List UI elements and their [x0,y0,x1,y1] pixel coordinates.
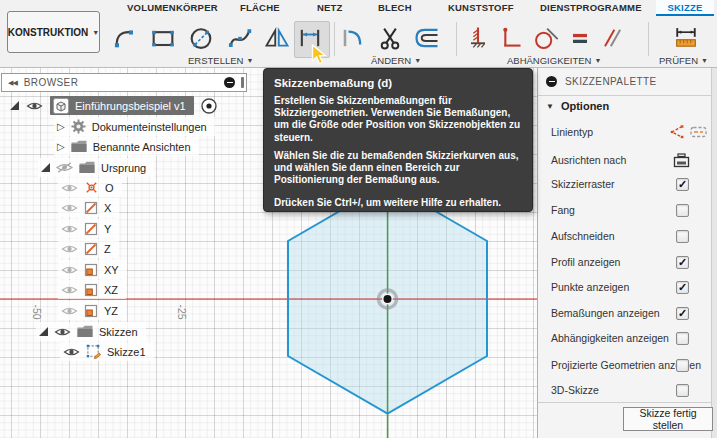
hide-panel-icon[interactable] [224,77,235,88]
toolbar-separator [334,22,335,56]
3d-skizze-checkbox[interactable] [676,384,689,397]
browser-row-skizzen[interactable]: Skizzen [36,322,146,341]
activate-component-radio-icon[interactable] [201,98,217,114]
circle-diameter-tool-icon[interactable] [186,23,216,53]
hide-panel-icon[interactable] [546,76,557,87]
gear-icon [71,119,86,134]
eye-icon[interactable] [61,264,78,276]
fang-checkbox[interactable] [676,204,689,217]
axis-label-minus25: -25 [176,304,188,319]
row-label: O [105,182,114,194]
eye-icon[interactable] [61,182,78,194]
eye-icon[interactable] [61,305,78,317]
sketch-icon [86,344,101,359]
eye-off-icon[interactable] [56,161,73,174]
row-label: Z [104,243,111,255]
spline-tool-icon[interactable] [225,23,255,53]
eye-icon[interactable] [26,100,43,112]
browser-row-xz-plane[interactable]: XZ [58,280,126,299]
folder-icon [71,140,87,153]
tab-netz[interactable]: NETZ [317,0,343,16]
finish-sketch-button[interactable]: Skizze fertig stellen [623,407,713,431]
mouse-cursor [311,44,328,66]
axis-icon [84,222,98,236]
browser-row-ursprung[interactable]: Ursprung [38,158,154,177]
group-abhaengigkeiten-label: ABHÄNGIGKEITEN [507,55,591,67]
punkte-anzeigen-checkbox[interactable]: ✓ [676,281,689,294]
perpendicular-constraint-icon[interactable] [495,23,525,53]
trim-tool-icon[interactable] [375,23,405,53]
browser-row-xy-plane[interactable]: XY [58,260,127,279]
browser-row-dokumenteinstellungen[interactable]: ▷ Dokumenteinstellungen [54,117,215,136]
expand-closed-icon[interactable]: ▷ [57,122,65,132]
row-label: Skizzen [99,326,138,338]
look-at-icon[interactable] [673,153,690,168]
projizierte-geometrien-checkbox[interactable] [676,359,689,372]
measure-tool-icon[interactable] [671,23,701,53]
group-pruefen-dropdown[interactable]: PRÜFEN▼ [659,55,708,67]
fusion-window: VOLUMENKÖRPER FLÄCHE NETZ BLECH KUNSTSTO… [0,0,717,438]
tab-skizze-active[interactable]: SKIZZE [656,0,714,16]
parallel-constraint-icon[interactable] [597,23,627,53]
construction-linetype-icon[interactable] [668,124,685,140]
palette-header[interactable]: SKIZZENPALETTE [538,68,712,96]
browser-panel-header[interactable]: ◀◀ BROWSER [1,73,247,92]
konstruktion-dropdown[interactable]: KONSTRUKTION ▼ [7,11,100,53]
equal-constraint-icon[interactable] [565,23,595,53]
linetype-toggle-icon[interactable] [690,125,707,139]
expand-open-icon[interactable] [10,101,19,110]
profil-anzeigen-checkbox[interactable]: ✓ [676,256,689,269]
eye-icon[interactable] [63,346,80,358]
browser-row-yz-plane[interactable]: YZ [58,301,126,320]
palette-section-optionen[interactable]: ▼ Optionen [546,100,609,112]
tab-kunststoff[interactable]: KUNSTSTOFF [448,0,514,16]
option-projizierte-geometrien: Projizierte Geometrien anzeigen [551,357,711,373]
selected-component[interactable]: Einführungsbeispiel v1 [50,96,194,115]
expand-open-icon[interactable] [39,327,48,336]
browser-row-origin-point[interactable]: O [58,178,122,197]
group-aendern-dropdown[interactable]: ÄNDERN▼ [371,55,421,67]
abhaengigkeiten-anzeigen-checkbox[interactable] [676,332,689,345]
aufschneiden-checkbox[interactable] [676,230,689,243]
eye-icon[interactable] [61,202,78,214]
option-skizzierraster: Skizzierraster ✓ [551,176,711,192]
expand-closed-icon[interactable]: ▷ [57,142,65,152]
browser-row-x-axis[interactable]: X [58,198,119,217]
group-pruefen-label: PRÜFEN [659,55,698,67]
browser-row-benannte-ansichten[interactable]: ▷ Benannte Ansichten [54,137,199,156]
expand-open-icon[interactable] [41,163,50,172]
mirror-tool-icon[interactable] [262,23,292,53]
tab-flaeche[interactable]: FLÄCHE [240,0,280,16]
row-label: Y [104,223,111,235]
palette-scrollbar[interactable] [711,68,717,438]
arc-tool-icon[interactable] [111,23,141,53]
rectangle-tool-icon[interactable] [148,23,178,53]
browser-row-root[interactable]: Einführungsbeispiel v1 [10,96,217,115]
eye-icon[interactable] [61,223,78,235]
fix-constraint-icon[interactable] [463,23,493,53]
eye-icon[interactable] [54,326,71,338]
group-erstellen-dropdown[interactable]: ERSTELLEN▼ [188,55,253,67]
fillet-tool-icon[interactable] [337,23,367,53]
collapse-panel-icon[interactable]: ◀◀ [8,79,17,87]
skizzierraster-checkbox[interactable]: ✓ [676,178,689,191]
tab-blech[interactable]: BLECH [378,0,412,16]
browser-row-y-axis[interactable]: Y [58,219,119,238]
bemassungen-anzeigen-checkbox[interactable]: ✓ [676,307,689,320]
browser-row-z-axis[interactable]: Z [58,239,119,258]
option-fang: Fang [551,202,711,218]
browser-row-skizze1[interactable]: Skizze1 [60,342,154,361]
tab-volumenkoerper[interactable]: VOLUMENKÖRPER [127,0,218,16]
eye-icon[interactable] [61,284,78,296]
plane-icon [84,304,98,318]
group-abhaengigkeiten-dropdown[interactable]: ABHÄNGIGKEITEN▼ [507,55,601,67]
tab-dienstprogramme[interactable]: DIENSTPROGRAMME [540,0,642,16]
plane-icon [84,263,98,277]
eye-icon[interactable] [61,243,78,255]
panel-grip-handle[interactable] [241,77,244,88]
offset-tool-icon[interactable] [412,23,442,53]
option-bemassungen-anzeigen: Bemaßungen anzeigen ✓ [551,305,711,321]
row-label: Benannte Ansichten [93,141,191,153]
chevron-down-icon: ▼ [246,55,253,67]
tangent-constraint-icon[interactable] [531,23,561,53]
